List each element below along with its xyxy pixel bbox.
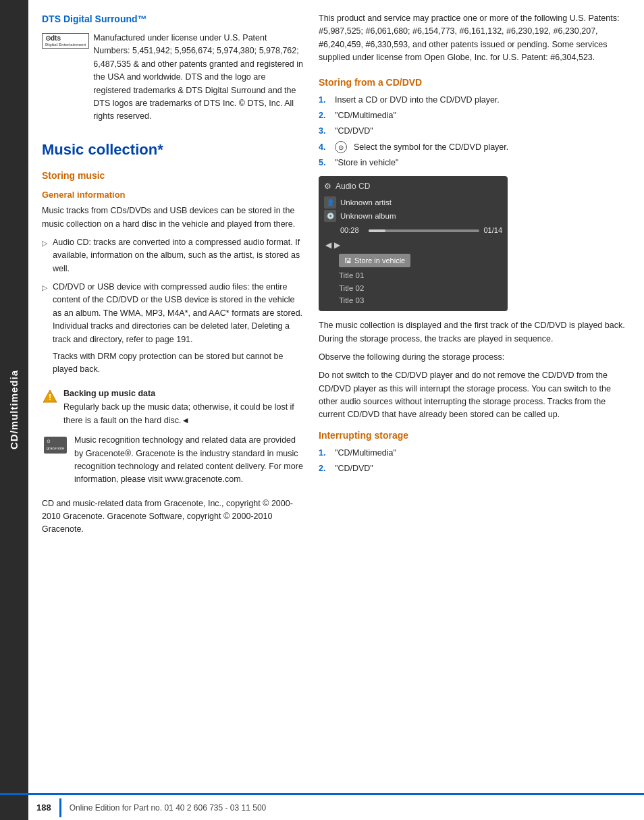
int-step-1-text: "CD/Multimedia" xyxy=(335,447,396,460)
step-3: 3. "CD/DVD" xyxy=(319,125,630,138)
bullet-text-2: CD/DVD or USB device with compressed aud… xyxy=(53,282,302,344)
step-3-text: "CD/DVD" xyxy=(335,125,373,138)
cd-album-row: 💿 Unknown album xyxy=(324,210,502,222)
cd-progress-row: 00:28 01/14 xyxy=(324,225,502,236)
interrupting-heading: Interrupting storage xyxy=(319,429,630,443)
gracenote-label: gracenote xyxy=(47,446,65,450)
cd-person-icon: 👤 xyxy=(324,196,336,209)
storing-steps-list: 1. Insert a CD or DVD into the CD/DVD pl… xyxy=(319,94,630,170)
cd-title-01: Title 01 xyxy=(324,270,502,281)
cd-time-start: 00:28 xyxy=(340,225,365,236)
step-2-text: "CD/Multimedia" xyxy=(335,109,396,122)
warning-icon: ! xyxy=(42,389,58,405)
cd-time-end: 01/14 xyxy=(483,225,502,236)
store-btn-text: Store in vehicle xyxy=(354,255,405,267)
bullet-arrow-2: ▷ xyxy=(42,282,47,294)
cd-album-text: Unknown album xyxy=(340,211,396,222)
general-info-heading: General information xyxy=(42,188,305,202)
gracenote-body1: Music recognition technology and related… xyxy=(74,434,305,487)
footer-sidebar xyxy=(0,795,28,820)
dts-logo-text: ⊙dts xyxy=(45,34,86,43)
after-text-2: Observe the following during the storage… xyxy=(319,351,630,364)
dts-logo: ⊙dts Digital Entertainment xyxy=(42,33,89,49)
step-5-text: "Store in vehicle" xyxy=(335,157,398,169)
dts-body: Manufactured under license under U.S. Pa… xyxy=(93,32,305,124)
int-step-2: 2. "CD/DVD" xyxy=(319,462,630,475)
int-step-2-text: "CD/DVD" xyxy=(335,462,373,475)
dts-logo-sub: Digital Entertainment xyxy=(45,43,86,47)
step-4-text: Select the symbol for the CD/DVD player. xyxy=(354,141,508,154)
page-footer: 188 Online Edition for Part no. 01 40 2 … xyxy=(0,793,644,820)
step-4-num: 4. xyxy=(319,141,329,154)
cd-symbol-icon: ⊙ xyxy=(335,141,347,153)
step-2: 2. "CD/Multimedia" xyxy=(319,109,630,122)
int-step-2-num: 2. xyxy=(319,462,329,475)
patent-text: This product and service may practice on… xyxy=(319,12,630,65)
left-column: DTS Digital Surround™ ⊙dts Digital Enter… xyxy=(42,12,305,807)
cd-title-03: Title 03 xyxy=(324,295,502,306)
storing-cd-heading: Storing from a CD/DVD xyxy=(319,76,630,90)
sidebar-label: CD/multimedia xyxy=(7,370,22,449)
cd-header-icon: ⚙ xyxy=(324,180,331,192)
bullet-item-1: ▷ Audio CD: tracks are converted into a … xyxy=(42,236,305,275)
cd-prev-btn[interactable]: ◀ xyxy=(325,239,331,251)
step-1-num: 1. xyxy=(319,94,329,107)
warning-box: ! Backing up music data Regularly back u… xyxy=(42,387,305,428)
bullet-item-2: ▷ CD/DVD or USB device with compressed a… xyxy=(42,281,305,382)
step-1-text: Insert a CD or DVD into the CD/DVD playe… xyxy=(335,94,500,107)
warning-body: Regularly back up the music data; otherw… xyxy=(63,401,305,427)
cd-ui-header: ⚙ Audio CD xyxy=(324,180,502,192)
cd-disc-icon: 💿 xyxy=(324,210,336,222)
step-5-num: 5. xyxy=(319,157,329,169)
bullet-content-2: CD/DVD or USB device with compressed aud… xyxy=(53,281,305,382)
gracenote-row: ⊙gracenote Music recognition technology … xyxy=(42,434,305,492)
cd-title-02: Title 02 xyxy=(324,283,502,294)
general-info-body1: Music tracks from CDs/DVDs and USB devic… xyxy=(42,204,305,231)
right-column: This product and service may practice on… xyxy=(319,12,630,807)
gracenote-body2: CD and music-related data from Gracenote… xyxy=(42,497,305,537)
dts-logo-box: ⊙dts Digital Entertainment xyxy=(42,33,89,49)
step-1: 1. Insert a CD or DVD into the CD/DVD pl… xyxy=(319,94,630,107)
drm-text: Tracks with DRM copy protection can be s… xyxy=(53,350,305,377)
sidebar: CD/multimedia xyxy=(0,0,28,820)
interrupting-steps-list: 1. "CD/Multimedia" 2. "CD/DVD" xyxy=(319,447,630,476)
storing-music-heading: Storing music xyxy=(42,169,305,183)
footer-text: Online Edition for Part no. 01 40 2 606 … xyxy=(70,802,267,814)
cd-progress-bar xyxy=(369,229,479,232)
step-3-num: 3. xyxy=(319,125,329,138)
step-2-num: 2. xyxy=(319,109,329,122)
dts-section: DTS Digital Surround™ ⊙dts Digital Enter… xyxy=(42,12,305,124)
after-text-3: Do not switch to the CD/DVD player and d… xyxy=(319,369,630,422)
after-text-1: The music collection is displayed and th… xyxy=(319,319,630,346)
cd-artist-row: 👤 Unknown artist xyxy=(324,196,502,209)
int-step-1: 1. "CD/Multimedia" xyxy=(319,447,630,460)
bullet-arrow-1: ▷ xyxy=(42,238,47,249)
store-btn-icon: 🖫 xyxy=(344,255,352,267)
cd-controls-row: ◀ ▶ xyxy=(324,239,502,251)
gracenote-logo-inner: ⊙gracenote xyxy=(44,437,68,454)
gracenote-logo: ⊙gracenote xyxy=(42,435,69,454)
step-4-icon: ⊙ xyxy=(335,141,348,154)
gracenote-content: Music recognition technology and related… xyxy=(74,434,305,492)
bullet-list: ▷ Audio CD: tracks are converted into a … xyxy=(42,236,305,382)
warning-title: Backing up music data xyxy=(63,387,305,400)
page-number: 188 xyxy=(28,801,59,815)
bullet-text-1: Audio CD: tracks are converted into a co… xyxy=(53,236,305,275)
cd-next-btn[interactable]: ▶ xyxy=(334,239,340,251)
store-in-vehicle-btn[interactable]: 🖫 Store in vehicle xyxy=(339,254,410,268)
dts-title: DTS Digital Surround™ xyxy=(42,12,305,26)
step-4: 4. ⊙ Select the symbol for the CD/DVD pl… xyxy=(319,141,630,154)
int-step-1-num: 1. xyxy=(319,447,329,460)
warning-content: Backing up music data Regularly back up … xyxy=(63,387,305,428)
step-5: 5. "Store in vehicle" xyxy=(319,157,630,169)
music-collection-title: Music collection* xyxy=(42,138,305,161)
cd-artist-text: Unknown artist xyxy=(340,197,392,209)
footer-divider xyxy=(59,798,61,817)
cd-player-ui: ⚙ Audio CD 👤 Unknown artist 💿 Unknown al… xyxy=(319,176,508,311)
cd-progress-fill xyxy=(369,229,385,232)
cd-header-text: Audio CD xyxy=(336,180,370,192)
main-content: DTS Digital Surround™ ⊙dts Digital Enter… xyxy=(28,0,644,820)
svg-text:!: ! xyxy=(49,393,51,402)
dts-logo-row: ⊙dts Digital Entertainment Manufactured … xyxy=(42,32,305,124)
